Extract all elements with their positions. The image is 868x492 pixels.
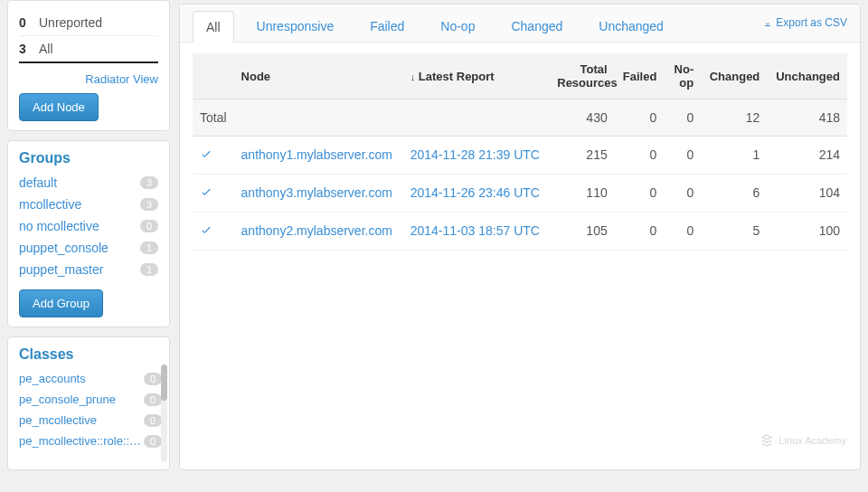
group-name: puppet_console <box>19 241 108 255</box>
col-changed[interactable]: Changed <box>701 53 767 99</box>
main-content: AllUnresponsiveFailedNo-opChangedUnchang… <box>179 4 861 470</box>
export-csv-link[interactable]: Export as CSV <box>763 16 847 36</box>
scrollbar-thumb[interactable] <box>161 364 167 401</box>
nodes-table: Node ↓ Latest Report Total Resources Fai… <box>193 53 847 251</box>
status-label: Unreported <box>39 15 102 30</box>
group-count-badge: 1 <box>140 263 158 276</box>
col-failed[interactable]: Failed <box>615 53 665 99</box>
table-row: anthony1.mylabserver.com 2014-11-28 21:3… <box>193 137 847 175</box>
status-row[interactable]: 3 All <box>19 36 158 63</box>
col-node[interactable]: Node <box>234 53 403 99</box>
class-item[interactable]: pe_mcollective 0 <box>17 410 164 430</box>
class-name: pe_mcollective::role::… <box>19 434 141 448</box>
check-icon <box>200 185 212 198</box>
col-total-resources[interactable]: Total Resources <box>550 53 614 99</box>
col-latest[interactable]: ↓ Latest Report <box>403 53 551 99</box>
col-noop[interactable]: No-op <box>664 53 701 99</box>
group-item[interactable]: puppet_master 1 <box>17 259 160 280</box>
class-item[interactable]: pe_console_prune 0 <box>17 389 164 410</box>
node-link[interactable]: anthony2.mylabserver.com <box>241 223 392 238</box>
total-row: Total 430 0 0 12 418 <box>193 99 847 137</box>
report-tabs: AllUnresponsiveFailedNo-opChangedUnchang… <box>193 10 677 42</box>
group-count-badge: 0 <box>140 220 158 232</box>
groups-title: Groups <box>19 150 158 166</box>
table-row: anthony2.mylabserver.com 2014-11-03 18:5… <box>193 213 847 251</box>
status-row[interactable]: 0 Unreported <box>19 10 158 36</box>
col-unchanged[interactable]: Unchanged <box>767 53 847 99</box>
class-name: pe_accounts <box>19 372 86 385</box>
classes-title: Classes <box>19 346 162 363</box>
group-item[interactable]: no mcollective 0 <box>17 215 160 237</box>
group-count-badge: 3 <box>140 198 158 211</box>
add-node-button[interactable]: Add Node <box>19 93 99 121</box>
node-link[interactable]: anthony3.mylabserver.com <box>241 185 392 200</box>
class-count-badge: 0 <box>144 414 162 427</box>
group-item[interactable]: puppet_console 1 <box>17 237 160 259</box>
groups-panel: Groups default 3mcollective 3no mcollect… <box>7 140 170 327</box>
group-item[interactable]: mcollective 3 <box>17 194 160 215</box>
group-name: no mcollective <box>19 219 99 233</box>
check-icon <box>200 147 212 160</box>
latest-report-link[interactable]: 2014-11-03 18:57 UTC <box>410 223 540 238</box>
status-count: 3 <box>19 42 30 56</box>
latest-report-link[interactable]: 2014-11-28 21:39 UTC <box>410 147 540 162</box>
table-row: anthony3.mylabserver.com 2014-11-26 23:4… <box>193 175 847 213</box>
class-name: pe_console_prune <box>19 393 116 406</box>
tab-unresponsive[interactable]: Unresponsive <box>243 10 348 42</box>
class-name: pe_mcollective <box>19 413 97 427</box>
group-name: puppet_master <box>19 262 103 277</box>
watermark: Linux Academy <box>760 434 846 447</box>
check-icon <box>200 223 212 236</box>
node-link[interactable]: anthony1.mylabserver.com <box>241 147 392 162</box>
group-name: mcollective <box>19 197 81 212</box>
tab-all[interactable]: All <box>193 11 234 43</box>
class-item[interactable]: pe_mcollective::role::… 0 <box>17 430 164 451</box>
tab-changed[interactable]: Changed <box>497 10 576 42</box>
export-label: Export as CSV <box>776 16 847 29</box>
sort-desc-icon: ↓ <box>410 71 416 82</box>
tab-unchanged[interactable]: Unchanged <box>585 10 677 42</box>
group-name: default <box>19 175 57 190</box>
status-count: 0 <box>19 15 30 30</box>
class-count-badge: 0 <box>144 393 162 406</box>
class-count-badge: 0 <box>144 373 162 385</box>
latest-report-link[interactable]: 2014-11-26 23:46 UTC <box>410 185 540 200</box>
add-group-button[interactable]: Add Group <box>19 289 103 317</box>
group-count-badge: 3 <box>140 176 158 189</box>
download-icon <box>763 18 772 27</box>
class-item[interactable]: pe_accounts 0 <box>17 368 164 389</box>
radiator-view-link[interactable]: Radiator View <box>19 63 158 93</box>
status-label: All <box>39 42 53 56</box>
classes-panel: Classes pe_accounts 0pe_console_prune 0p… <box>7 336 170 470</box>
status-panel: 0 Unreported3 All Radiator View Add Node <box>7 0 170 131</box>
scrollbar[interactable] <box>161 364 167 462</box>
tab-failed[interactable]: Failed <box>356 10 418 42</box>
group-count-badge: 1 <box>140 241 158 254</box>
class-count-badge: 0 <box>144 435 162 448</box>
tab-noop[interactable]: No-op <box>427 10 488 42</box>
group-item[interactable]: default 3 <box>17 172 160 194</box>
